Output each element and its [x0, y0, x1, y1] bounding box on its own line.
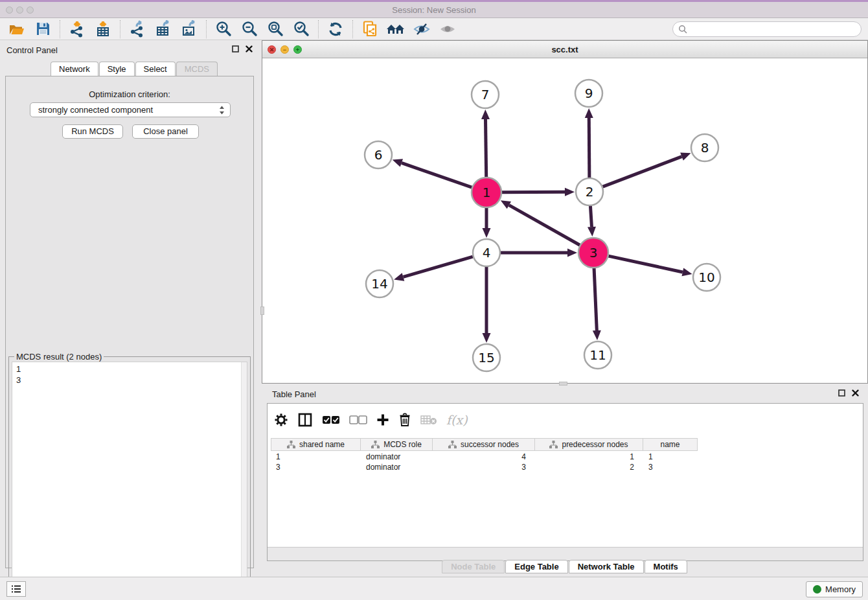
mcds-result-text[interactable]: 1 3 [12, 362, 247, 598]
graph-edge[interactable] [608, 256, 682, 272]
zoom-fit-icon [267, 20, 284, 38]
network-from-selection-button[interactable] [358, 19, 382, 39]
column-header-predecessor-nodes[interactable]: predecessor nodes [535, 438, 643, 451]
show-columns-button[interactable] [297, 412, 313, 428]
edge-arrowhead [585, 108, 593, 118]
zoom-fit-button[interactable] [264, 19, 287, 39]
tab-motifs[interactable]: Motifs [645, 560, 687, 573]
tab-mcds[interactable]: MCDS [176, 62, 218, 76]
trash-icon [398, 413, 411, 427]
cell-shared-name: 3 [271, 462, 361, 472]
column-header-shared-name[interactable]: shared name [271, 438, 361, 451]
documents-network-icon [361, 20, 379, 38]
table-panel-title: Table Panel [272, 389, 316, 399]
graph-edge[interactable] [402, 163, 472, 187]
columns-icon [297, 412, 313, 428]
memory-button[interactable]: Memory [806, 581, 863, 597]
export-network-button[interactable] [126, 19, 149, 39]
table-row[interactable]: 1 dominator 4 1 1 [271, 452, 698, 462]
window-titlebar: Session: New Session [0, 0, 868, 18]
delete-column-button[interactable] [398, 413, 411, 427]
search-input[interactable] [691, 23, 861, 35]
close-table-panel-icon[interactable] [852, 389, 859, 397]
add-column-button[interactable] [376, 413, 389, 426]
node-label: 15 [478, 350, 494, 365]
column-header-successor-nodes[interactable]: successor nodes [433, 438, 535, 451]
refresh-layout-button[interactable] [324, 19, 347, 39]
table-panel: Table Panel [262, 386, 868, 577]
import-table-button[interactable] [91, 19, 115, 39]
close-panel-icon[interactable] [246, 45, 253, 52]
table-tabs: Node Table Edge Table Network Table Moti… [262, 560, 868, 573]
zoom-out-button[interactable] [238, 19, 261, 39]
cell-name: 3 [643, 462, 698, 472]
export-table-button[interactable] [152, 19, 175, 39]
node-table-body: f(x) shared name MCDS role successor nod… [267, 403, 863, 561]
cell-mcds-role: dominator [361, 462, 433, 472]
zoom-selected-button[interactable] [290, 19, 313, 39]
cell-predecessor-nodes: 1 [535, 452, 643, 462]
table-settings-button[interactable] [274, 413, 288, 427]
deselect-all-button[interactable] [349, 415, 367, 424]
delete-table-icon [420, 415, 437, 425]
float-panel-icon[interactable] [232, 45, 239, 52]
hide-selected-button[interactable] [410, 19, 433, 39]
export-image-button[interactable] [177, 19, 201, 39]
run-mcds-button[interactable]: Run MCDS [62, 124, 123, 139]
graph-edge[interactable] [590, 206, 591, 227]
close-panel-button[interactable]: Close panel [132, 124, 199, 139]
column-label: name [660, 440, 680, 449]
edge-arrowhead [588, 227, 596, 237]
tab-style[interactable]: Style [99, 62, 135, 76]
show-hidden-button[interactable] [436, 19, 459, 39]
mcds-result-group: MCDS result (2 nodes) 1 3 [8, 356, 251, 600]
select-stepper-icon [219, 106, 225, 115]
import-network-button[interactable] [65, 19, 89, 39]
delete-table-button[interactable] [420, 415, 437, 425]
mcds-tab-panel: Optimization criterion: strongly connect… [5, 76, 254, 568]
main-toolbar [0, 18, 868, 40]
tab-network[interactable]: Network [51, 62, 98, 76]
result-scrollbar[interactable] [241, 362, 247, 597]
column-header-name[interactable]: name [643, 438, 698, 451]
edge-arrowhead [593, 330, 601, 340]
graph-edge[interactable] [486, 119, 486, 177]
tab-select[interactable]: Select [135, 62, 176, 76]
window-title: Session: New Session [0, 2, 868, 18]
save-session-button[interactable] [31, 19, 54, 39]
graph-edge[interactable] [589, 118, 589, 178]
table-horizontal-scrollbar[interactable] [268, 547, 863, 560]
cell-successor-nodes: 4 [433, 452, 535, 462]
network-window-titlebar[interactable]: ✕ − + scc.txt [262, 41, 867, 58]
open-session-button[interactable] [5, 19, 29, 39]
graph-edge[interactable] [509, 205, 580, 246]
table-row[interactable]: 3 dominator 3 2 3 [271, 462, 698, 472]
node-label: 3 [589, 245, 598, 260]
graph-edge[interactable] [594, 268, 597, 330]
node-label: 7 [481, 87, 490, 102]
edge-arrowhead [394, 273, 404, 281]
horizontal-splitter-handle[interactable] [559, 382, 567, 386]
network-canvas[interactable]: 1234678910111415 [262, 58, 867, 383]
column-header-mcds-role[interactable]: MCDS role [361, 438, 433, 451]
vertical-splitter-handle[interactable] [260, 306, 264, 315]
table-header-row: shared name MCDS role successor nodes pr… [271, 438, 698, 451]
graph-edge[interactable] [603, 157, 682, 187]
tab-edge-table[interactable]: Edge Table [505, 560, 567, 573]
criterion-select[interactable]: strongly connected component [30, 102, 231, 117]
eye-icon [439, 21, 457, 38]
edge-arrowhead [680, 152, 691, 160]
import-table-icon [95, 20, 112, 38]
graph-edge[interactable] [403, 257, 472, 277]
function-builder-button[interactable]: f(x) [446, 413, 468, 427]
edge-arrowhead [681, 268, 692, 277]
zoom-in-button[interactable] [212, 19, 235, 39]
graph-edge[interactable] [502, 192, 565, 192]
show-panels-button[interactable] [6, 581, 26, 597]
float-table-panel-icon[interactable] [838, 389, 845, 397]
tab-node-table[interactable]: Node Table [442, 560, 505, 573]
select-all-button[interactable] [322, 415, 340, 424]
edge-arrowhead [567, 249, 577, 257]
homes-button[interactable] [384, 19, 407, 39]
tab-network-table[interactable]: Network Table [569, 560, 644, 573]
